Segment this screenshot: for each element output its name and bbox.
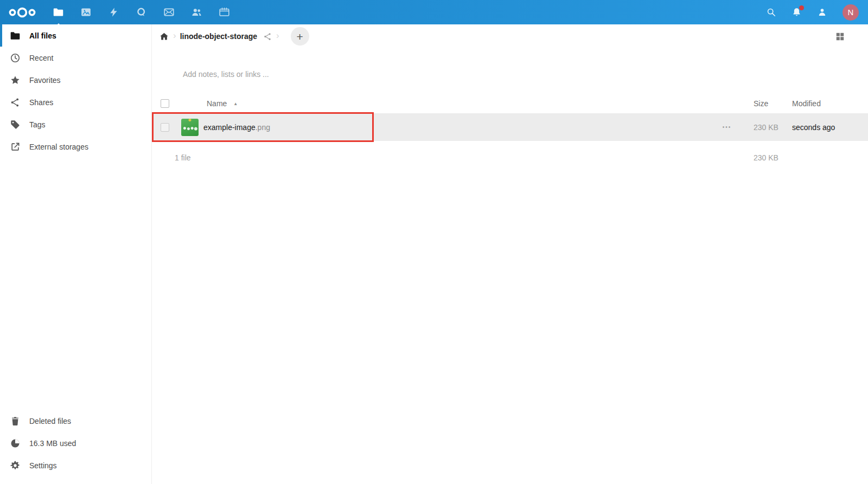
folder-icon [53,7,64,18]
nextcloud-logo[interactable] [8,5,37,20]
home-icon[interactable] [159,31,169,42]
avatar-initial: N [848,8,854,17]
file-extension: .png [256,123,270,132]
app-contacts[interactable] [191,7,202,18]
select-all-checkbox[interactable] [161,99,169,108]
share-icon [10,97,21,108]
row-checkbox[interactable] [161,123,169,132]
file-list: Name ▲ Size Modified [152,94,868,171]
workspace-notes-placeholder[interactable]: Add notes, lists or links ... [183,70,868,79]
sidebar-item-shares[interactable]: Shares [0,91,151,113]
app-calendar[interactable] [219,7,230,18]
file-row-example-image[interactable]: example-image.png ••• 230 KB seconds ago [152,113,868,141]
row-select-cell [152,123,181,132]
modified-column-label[interactable]: Modified [792,99,821,108]
topbar: N [0,0,868,24]
notifications-button[interactable] [792,7,802,17]
file-name-cell: example-image.png [181,119,713,136]
sort-ascending-icon: ▲ [233,101,238,106]
sidebar-item-quota[interactable]: 16.3 MB used [0,432,151,454]
file-name-base: example-image [203,123,256,132]
chevron-right-icon: › [173,30,176,41]
sidebar-item-tags[interactable]: Tags [0,113,151,135]
quota-pie-icon [10,438,21,449]
sidebar-item-label: Favorites [29,76,61,85]
name-column-header: Name ▲ [181,99,713,108]
app-mail[interactable] [163,7,175,18]
sidebar-item-label: Tags [29,120,46,129]
app-menu [53,7,230,18]
modified-column-header: Modified [792,99,868,108]
sidebar-item-label: Settings [29,461,57,470]
lightning-bolt-icon [108,7,119,18]
file-thumbnail [181,119,199,136]
breadcrumb: › linode-object-storage › + [152,24,868,48]
sidebar-item-deleted-files[interactable]: Deleted files [0,410,151,432]
clock-icon [10,53,21,63]
topbar-right: N [766,4,859,21]
main-layout: All files Recent Favorites Shares Tags [0,24,868,484]
tag-icon [10,119,21,130]
star-icon [10,75,21,86]
file-modified: seconds ago [792,123,868,132]
sidebar-item-all-files[interactable]: All files [0,24,151,47]
files-content: › linode-object-storage › + Add notes, l… [152,24,868,484]
name-column-label[interactable]: Name [207,99,227,108]
summary-file-count: 1 file [175,153,191,162]
breadcrumb-folder[interactable]: linode-object-storage [180,32,257,41]
sidebar-item-favorites[interactable]: Favorites [0,69,151,91]
envelope-icon [163,7,175,18]
photos-icon [80,7,92,18]
grid-view-toggle[interactable] [835,32,845,41]
sidebar-item-label: Recent [29,54,53,62]
talk-icon [136,7,147,18]
grid-icon [835,32,845,41]
magnifier-icon [766,7,776,17]
summary-total-size: 230 KB [741,153,792,162]
sidebar: All files Recent Favorites Shares Tags [0,24,152,484]
ellipsis-icon: ••• [723,124,732,130]
file-size: 230 KB [741,123,792,132]
chevron-right-icon: › [276,30,279,41]
quota-label: 16.3 MB used [29,439,76,448]
sidebar-footer: Deleted files 16.3 MB used Settings [0,410,151,484]
file-list-summary: 1 file 230 KB [152,144,868,171]
sidebar-item-recent[interactable]: Recent [0,47,151,69]
trash-icon [10,416,21,427]
sidebar-item-label: All files [29,31,56,40]
app-photos[interactable] [80,7,92,18]
notification-badge [799,5,804,10]
sidebar-item-external-storages[interactable]: External storages [0,135,151,158]
user-avatar[interactable]: N [843,4,859,21]
nextcloud-logo-icon [8,5,37,20]
active-app-indicator [54,23,63,28]
file-name: example-image.png [203,123,270,132]
two-people-icon [191,7,202,18]
sidebar-item-label: Shares [29,98,53,107]
plus-icon: + [297,31,303,42]
search-icon[interactable] [766,7,776,17]
calendar-icon [219,7,230,18]
folder-icon [10,30,21,41]
sidebar-item-settings[interactable]: Settings [0,454,151,476]
gear-icon [10,460,21,471]
external-storage-icon [10,141,21,152]
size-column-header: Size [741,99,792,108]
size-column-label[interactable]: Size [754,99,768,108]
app-files[interactable] [53,7,64,18]
select-all-cell [152,99,181,108]
person-icon [817,7,827,17]
app-talk[interactable] [136,7,147,18]
app-activity[interactable] [108,7,119,18]
sidebar-item-label: External storages [29,143,88,151]
new-file-button[interactable]: + [291,27,309,46]
share-folder-icon[interactable] [263,32,272,41]
sidebar-item-label: Deleted files [29,417,71,425]
row-actions-menu[interactable]: ••• [713,124,741,130]
file-list-header: Name ▲ Size Modified [152,94,868,113]
contacts-menu-button[interactable] [817,7,827,17]
